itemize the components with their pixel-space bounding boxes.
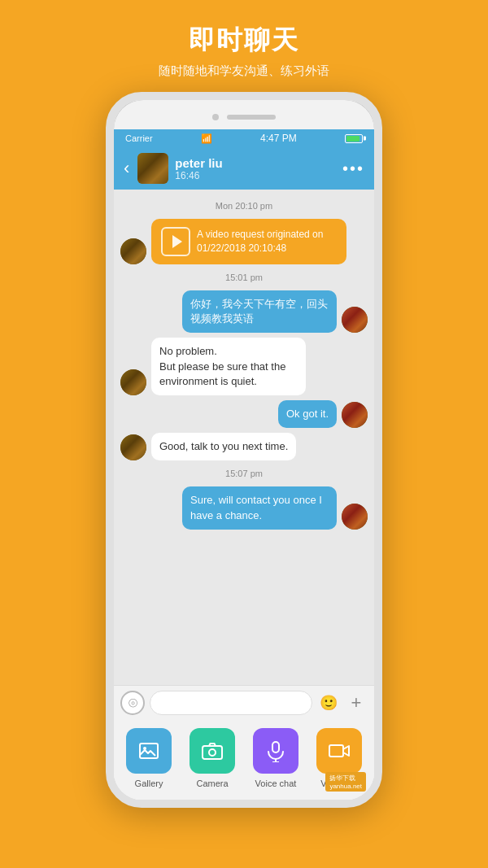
chat-header-info: peter liu 16:46 <box>175 156 336 181</box>
more-button[interactable]: ••• <box>342 159 364 178</box>
tool-item-camera[interactable]: Camera <box>184 728 241 788</box>
bubble-left-2: Good, talk to you next time. <box>151 433 296 460</box>
voice-wave-icon: ⦾ <box>129 696 137 710</box>
tool-item-gallery[interactable]: Gallery <box>120 728 177 788</box>
voice-chat-label: Voice chat <box>255 779 297 788</box>
message-row-video: A video request originated on 01/22/2018… <box>120 219 368 264</box>
video-card-bubble: A video request originated on 01/22/2018… <box>151 219 346 264</box>
bubble-right-1: 你好，我今天下午有空，回头视频教我英语 <box>182 290 337 333</box>
message-row-left-2: Good, talk to you next time. <box>120 433 368 460</box>
back-button[interactable]: ‹ <box>124 159 129 177</box>
sender-avatar-3 <box>120 434 146 460</box>
phone-top <box>114 100 374 129</box>
svg-rect-2 <box>203 746 222 759</box>
time-label-3: 15:07 pm <box>120 469 368 478</box>
bubble-right-2: Ok got it. <box>278 400 337 428</box>
status-time: 4:47 PM <box>260 133 297 144</box>
microphone-icon-box <box>253 728 298 774</box>
page-subtitle: 随时随地和学友沟通、练习外语 <box>0 63 488 79</box>
phone-speaker <box>227 115 276 120</box>
message-row-left-1: No problem. But please be sure that the … <box>120 338 368 395</box>
svg-rect-7 <box>329 745 343 757</box>
svg-point-3 <box>209 749 216 756</box>
svg-rect-4 <box>272 742 279 752</box>
contact-avatar-img <box>137 153 168 184</box>
message-row-right-2: Ok got it. <box>120 400 368 428</box>
status-icons <box>345 134 363 143</box>
contact-name: peter liu <box>175 156 336 170</box>
status-bar: Carrier 📶 4:47 PM <box>114 129 374 147</box>
battery-fill <box>346 136 359 142</box>
tool-item-voice-chat[interactable]: Voice chat <box>247 728 304 788</box>
emoji-button[interactable]: 🙂 <box>317 691 340 714</box>
sender-avatar-2 <box>120 369 146 395</box>
my-avatar-2 <box>342 402 368 428</box>
gallery-icon <box>137 739 160 762</box>
video-call-icon <box>328 739 351 762</box>
message-input[interactable] <box>150 691 312 715</box>
camera-label: Camera <box>196 779 228 788</box>
message-row-right-3: Sure, will contact you once I have a cha… <box>120 486 368 529</box>
gallery-icon-box <box>126 728 172 774</box>
chat-messages-area: Mon 20:10 pm A video request originated … <box>114 190 374 685</box>
bubble-right-3: Sure, will contact you once I have a cha… <box>182 486 337 529</box>
phone-wrapper: Carrier 📶 4:47 PM ‹ peter liu 16:46 <box>0 92 488 808</box>
plus-icon: + <box>351 692 362 713</box>
video-card-text: A video request originated on 01/22/2018… <box>197 228 337 255</box>
time-label-1: Mon 20:10 pm <box>120 201 368 211</box>
microphone-icon <box>264 739 287 762</box>
bubble-left-1: No problem. But please be sure that the … <box>151 338 306 395</box>
page-header: 即时聊天 随时随地和学友沟通、练习外语 <box>0 0 488 92</box>
chat-input-area: ⦾ 🙂 + <box>114 685 374 720</box>
video-icon-box2 <box>316 728 362 774</box>
time-label-2: 15:01 pm <box>120 273 368 282</box>
camera-icon-box <box>190 728 235 774</box>
emoji-icon: 🙂 <box>320 694 338 712</box>
phone-screen: Carrier 📶 4:47 PM ‹ peter liu 16:46 <box>114 129 374 800</box>
my-avatar-3 <box>342 504 368 530</box>
video-play-icon <box>172 235 182 248</box>
camera-icon <box>201 739 224 762</box>
page-title: 即时聊天 <box>0 23 488 59</box>
video-icon-box <box>161 227 190 256</box>
chat-header: ‹ peter liu 16:46 ••• <box>114 147 374 190</box>
message-row-right-1: 你好，我今天下午有空，回头视频教我英语 <box>120 290 368 333</box>
sender-avatar-1 <box>120 238 146 264</box>
carrier-label: Carrier <box>125 133 153 143</box>
voice-toggle-button[interactable]: ⦾ <box>120 691 145 715</box>
battery-icon <box>345 134 363 143</box>
contact-avatar <box>137 153 168 184</box>
chat-time: 16:46 <box>175 170 336 181</box>
add-button[interactable]: + <box>345 691 368 714</box>
gallery-label: Gallery <box>135 779 163 788</box>
phone-camera <box>212 114 219 120</box>
my-avatar-1 <box>342 307 368 333</box>
watermark: 扬华下载 yanhua.net <box>325 772 366 792</box>
wifi-icon: 📶 <box>201 133 212 144</box>
phone: Carrier 📶 4:47 PM ‹ peter liu 16:46 <box>106 92 382 808</box>
